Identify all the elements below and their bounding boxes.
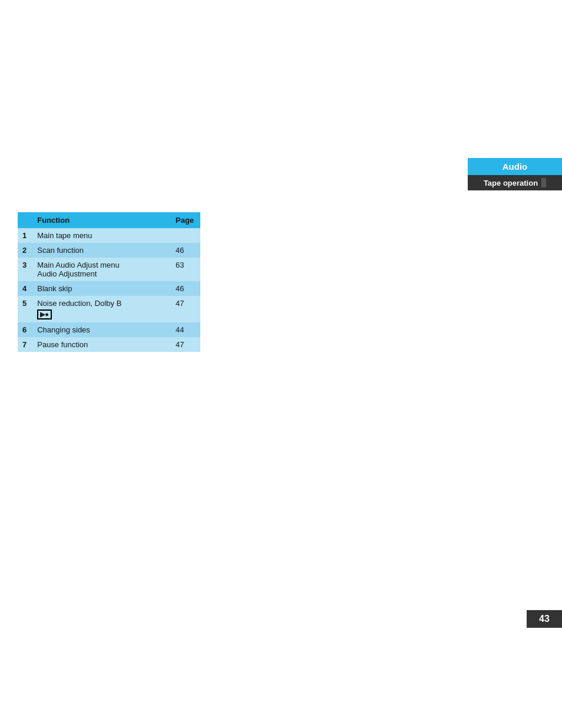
row-number: 7 <box>18 337 32 352</box>
row-page: 44 <box>171 322 200 337</box>
table-row: 6Changing sides44 <box>18 322 200 337</box>
function-table-container: Function Page 1Main tape menu2Scan funct… <box>18 212 200 352</box>
header-section: Audio Tape operation <box>468 158 562 190</box>
row-function: Blank skip <box>32 281 171 296</box>
row-page: 63 <box>171 258 200 281</box>
tape-operation-label: Tape operation <box>484 179 538 187</box>
row-number: 4 <box>18 281 32 296</box>
row-number: 3 <box>18 258 32 281</box>
dolby-icon: ▶● <box>37 309 52 319</box>
row-number: 2 <box>18 243 32 258</box>
tape-operation-tab: Tape operation <box>468 175 562 190</box>
row-function: Noise reduction, Dolby B▶● <box>32 296 171 322</box>
row-page: 46 <box>171 281 200 296</box>
col-page-header: Page <box>171 212 200 228</box>
function-table: Function Page 1Main tape menu2Scan funct… <box>18 212 200 352</box>
table-row: 7Pause function47 <box>18 337 200 352</box>
row-function: Changing sides <box>32 322 171 337</box>
audio-tab: Audio <box>468 158 562 175</box>
row-function: Scan function <box>32 243 171 258</box>
table-header-row: Function Page <box>18 212 200 228</box>
row-number: 5 <box>18 296 32 322</box>
table-row: 2Scan function46 <box>18 243 200 258</box>
table-row: 1Main tape menu <box>18 228 200 243</box>
table-row: 5Noise reduction, Dolby B▶●47 <box>18 296 200 322</box>
row-number: 6 <box>18 322 32 337</box>
col-num-header <box>18 212 32 228</box>
table-row: 4Blank skip46 <box>18 281 200 296</box>
page-number: 43 <box>527 610 562 628</box>
row-page: 47 <box>171 337 200 352</box>
row-page <box>171 228 200 243</box>
table-row: 3Main Audio Adjust menuAudio Adjustment6… <box>18 258 200 281</box>
row-page: 46 <box>171 243 200 258</box>
row-page: 47 <box>171 296 200 322</box>
row-function: Main tape menu <box>32 228 171 243</box>
row-number: 1 <box>18 228 32 243</box>
row-function: Main Audio Adjust menuAudio Adjustment <box>32 258 171 281</box>
col-function-header: Function <box>32 212 171 228</box>
row-function: Pause function <box>32 337 171 352</box>
